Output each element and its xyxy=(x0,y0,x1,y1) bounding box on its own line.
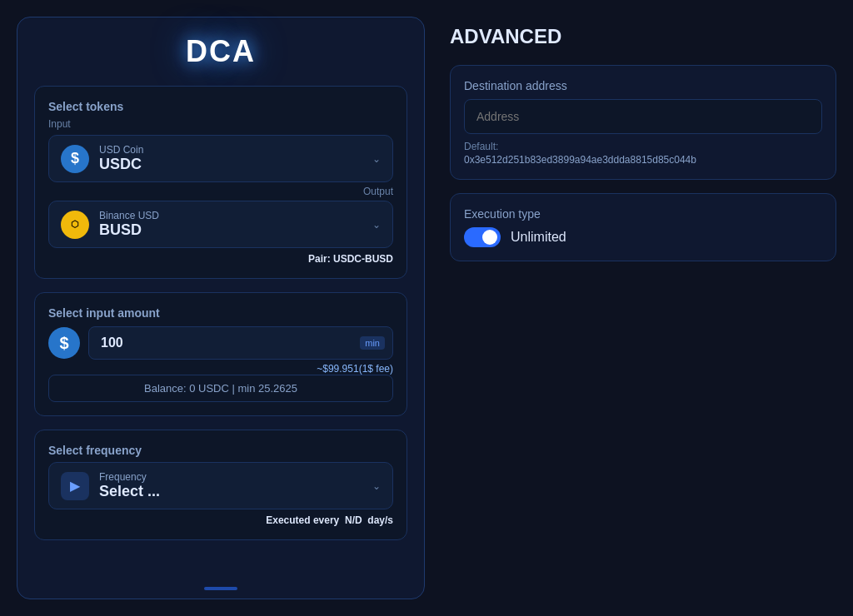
toggle-track xyxy=(464,227,501,247)
output-token-ticker: BUSD xyxy=(99,221,362,239)
pair-value: USDC-BUSD xyxy=(333,253,393,265)
select-frequency-section: Select frequency ▶ Frequency Select ... … xyxy=(34,430,407,540)
toggle-thumb xyxy=(482,230,497,245)
balance-text: Balance: 0 USDC | min 25.2625 xyxy=(144,382,297,395)
app-container: DCA Select tokens Input $ USD Coin USDC … xyxy=(0,0,853,616)
usdc-icon: $ xyxy=(61,145,89,173)
pair-label: Pair: USDC-BUSD xyxy=(48,253,393,265)
busd-icon: ⬡ xyxy=(61,211,89,239)
default-address: 0x3e512d251b83ed3899a94ae3ddda8815d85c04… xyxy=(464,154,822,166)
left-panel: DCA Select tokens Input $ USD Coin USDC … xyxy=(17,17,425,599)
frequency-info: Frequency Select ... xyxy=(99,471,362,500)
input-token-info: USD Coin USDC xyxy=(99,144,362,173)
unlimited-label: Unlimited xyxy=(511,230,566,245)
output-token-selector[interactable]: ⬡ Binance USD BUSD ⌄ xyxy=(48,201,393,248)
unlimited-toggle[interactable] xyxy=(464,227,501,247)
scroll-hint xyxy=(204,587,237,590)
select-tokens-label: Select tokens xyxy=(48,100,393,113)
frequency-icon: ▶ xyxy=(61,472,89,500)
input-token-chevron: ⌄ xyxy=(372,153,381,165)
app-logo: DCA xyxy=(34,34,407,69)
frequency-name: Frequency xyxy=(99,471,362,483)
output-token-chevron: ⌄ xyxy=(372,219,381,231)
destination-label: Destination address xyxy=(464,79,822,92)
select-tokens-section: Select tokens Input $ USD Coin USDC ⌄ Ou… xyxy=(34,86,407,279)
amount-input-wrap: min xyxy=(88,326,393,360)
amount-row: $ min xyxy=(48,326,393,360)
executed-label: Executed every N/D day/s xyxy=(48,514,393,526)
destination-section: Destination address Default: 0x3e512d251… xyxy=(450,65,836,180)
executed-value: N/D xyxy=(345,514,362,526)
fee-note: ~$99.951(1$ fee) xyxy=(48,363,393,375)
select-amount-section: Select input amount $ min ~$99.951(1$ fe… xyxy=(34,292,407,416)
input-token-name: USD Coin xyxy=(99,144,362,156)
output-token-name: Binance USD xyxy=(99,210,362,221)
output-token-info: Binance USD BUSD xyxy=(99,210,362,239)
fee-value: ~$99.951(1$ fee) xyxy=(317,363,393,375)
min-badge: min xyxy=(360,336,385,350)
frequency-chevron: ⌄ xyxy=(372,480,381,492)
balance-row: Balance: 0 USDC | min 25.2625 xyxy=(48,375,393,402)
execution-row: Unlimited xyxy=(464,227,822,247)
input-sub-label: Input xyxy=(48,118,393,130)
advanced-title: ADVANCED xyxy=(450,25,836,48)
select-amount-label: Select input amount xyxy=(48,306,393,320)
frequency-select-value: Select ... xyxy=(99,483,362,500)
input-token-ticker: USDC xyxy=(99,156,362,173)
default-label: Default: xyxy=(464,141,822,152)
address-input[interactable] xyxy=(464,99,822,134)
frequency-selector[interactable]: ▶ Frequency Select ... ⌄ xyxy=(48,462,393,509)
amount-usdc-icon: $ xyxy=(48,327,80,359)
output-label: Output xyxy=(48,186,393,197)
amount-input[interactable] xyxy=(88,326,393,360)
input-token-selector[interactable]: $ USD Coin USDC ⌄ xyxy=(48,135,393,182)
execution-type-section: Execution type Unlimited xyxy=(450,193,836,261)
right-panel: ADVANCED Destination address Default: 0x… xyxy=(441,17,836,599)
select-frequency-label: Select frequency xyxy=(48,444,393,457)
execution-type-label: Execution type xyxy=(464,207,822,221)
